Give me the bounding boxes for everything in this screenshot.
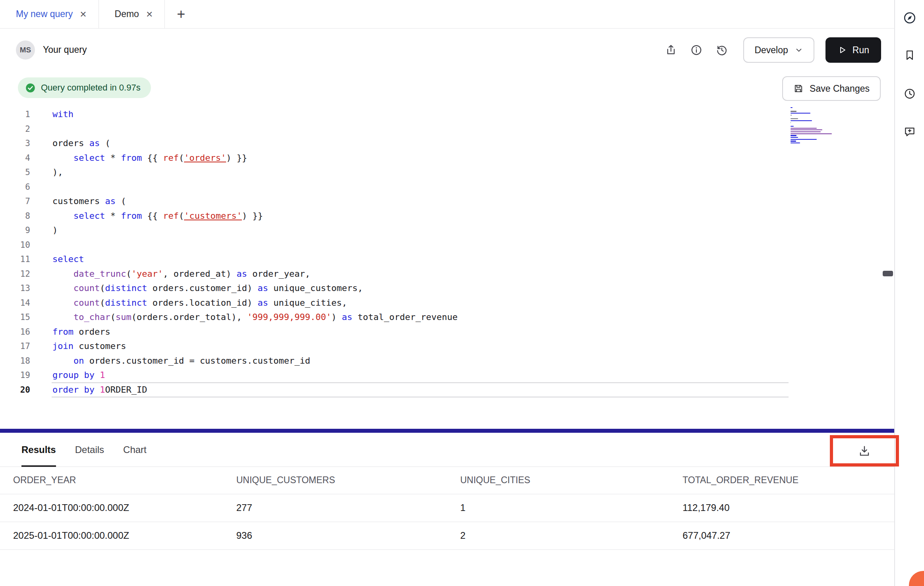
recent-history-button[interactable]: [901, 85, 919, 103]
code-line[interactable]: 13 count(distinct orders.customer_id) as…: [0, 281, 894, 296]
column-header: UNIQUE_CITIES: [447, 467, 669, 494]
code-text: order by 1ORDER_ID: [30, 383, 147, 397]
pane-resize-handle[interactable]: [0, 429, 894, 433]
table-row: 2025-01-01T00:00:00.000Z9362677,047.27: [0, 522, 894, 549]
code-line[interactable]: 14 count(distinct orders.location_id) as…: [0, 296, 894, 310]
code-token: orders: [73, 327, 110, 337]
info-button[interactable]: [687, 40, 706, 60]
line-number: 1: [0, 107, 30, 122]
code-line[interactable]: 10: [0, 238, 894, 253]
code-token: ) }}: [226, 153, 247, 163]
code-line[interactable]: 2: [0, 122, 894, 137]
tab-results[interactable]: Results: [21, 433, 56, 467]
header-actions: Develop Run: [661, 37, 881, 63]
code-text: orders as (: [30, 136, 110, 151]
code-token: {{: [142, 153, 163, 163]
column-header: TOTAL_ORDER_REVENUE: [669, 467, 894, 494]
code-text: on orders.customer_id = customers.custom…: [30, 354, 310, 368]
develop-dropdown[interactable]: Develop: [743, 37, 814, 63]
code-token: on: [73, 356, 84, 366]
feedback-button[interactable]: [901, 123, 919, 141]
code-token: (orders.order_total),: [131, 312, 247, 322]
code-token: ),: [52, 167, 63, 177]
code-token: ): [331, 312, 342, 322]
code-line[interactable]: 7customers as (: [0, 194, 894, 209]
new-tab-button[interactable]: +: [165, 0, 197, 28]
run-label: Run: [852, 45, 869, 56]
code-token: (: [100, 138, 110, 148]
code-line[interactable]: 1with: [0, 107, 894, 122]
minimap-line: [791, 118, 798, 119]
share-button[interactable]: [661, 40, 680, 60]
minimap-line: [791, 133, 832, 134]
code-line[interactable]: 11select: [0, 252, 894, 267]
code-token: [95, 370, 100, 380]
code-token: as: [89, 138, 100, 148]
play-icon: [837, 45, 847, 55]
save-changes-button[interactable]: Save Changes: [782, 76, 881, 101]
download-results-button[interactable]: [855, 441, 874, 461]
line-number: 3: [0, 136, 30, 151]
code-token: total_order_revenue: [352, 312, 458, 322]
code-token: from: [121, 211, 142, 221]
tab-details[interactable]: Details: [75, 433, 104, 467]
help-badge[interactable]: [909, 571, 924, 586]
minimap-line: [791, 107, 793, 108]
code-line[interactable]: 12 date_trunc('year', ordered_at) as ord…: [0, 267, 894, 281]
tab-chart[interactable]: Chart: [123, 433, 147, 467]
copilot-button[interactable]: [901, 9, 919, 27]
line-number: 16: [0, 325, 30, 339]
bookmark-button[interactable]: [901, 46, 919, 64]
code-line[interactable]: 6: [0, 180, 894, 195]
scrollbar-thumb[interactable]: [883, 271, 893, 276]
run-button[interactable]: Run: [825, 37, 881, 63]
table-cell: 936: [223, 522, 447, 549]
code-line[interactable]: 16from orders: [0, 325, 894, 339]
minimap[interactable]: [791, 107, 835, 145]
code-token: [52, 312, 73, 322]
table-row: 2024-01-01T00:00:00.000Z2771112,179.40: [0, 494, 894, 522]
code-token: orders.customer_id): [147, 283, 257, 293]
code-token: group by: [52, 370, 95, 380]
code-text: [30, 238, 52, 253]
line-number: 11: [0, 252, 30, 267]
download-icon: [858, 445, 871, 457]
close-tab-icon[interactable]: ×: [80, 9, 86, 20]
code-token: (: [100, 283, 105, 293]
chevron-down-icon: [794, 46, 803, 54]
right-sidebar: [895, 0, 924, 586]
code-line[interactable]: 19group by 1: [0, 368, 894, 383]
table-cell: 2025-01-01T00:00:00.000Z: [0, 522, 223, 549]
minimap-line: [791, 129, 822, 130]
editor-tab[interactable]: Demo×: [99, 0, 165, 28]
code-line[interactable]: 18 on orders.customer_id = customers.cus…: [0, 354, 894, 368]
code-token: *: [105, 153, 121, 163]
code-token: {{: [142, 211, 163, 221]
editor-tab[interactable]: My new query×: [0, 0, 99, 28]
code-token: as: [105, 196, 116, 206]
save-changes-label: Save Changes: [810, 83, 870, 94]
code-line[interactable]: 17join customers: [0, 339, 894, 354]
line-number: 8: [0, 209, 30, 224]
code-token: (: [116, 196, 126, 206]
code-line[interactable]: 3orders as (: [0, 136, 894, 151]
minimap-line: [791, 115, 792, 116]
code-line[interactable]: 5),: [0, 165, 894, 180]
avatar: MS: [16, 40, 35, 60]
close-tab-icon[interactable]: ×: [146, 9, 153, 20]
code-token: count: [73, 283, 100, 293]
code-line[interactable]: 9): [0, 223, 894, 238]
minimap-line: [791, 113, 810, 114]
code-token: select: [52, 254, 84, 264]
code-token: (: [179, 211, 184, 221]
code-line[interactable]: 8 select * from {{ ref('customers') }}: [0, 209, 894, 224]
code-line[interactable]: 15 to_char(sum(orders.order_total), '999…: [0, 310, 894, 325]
code-line[interactable]: 20order by 1ORDER_ID: [0, 383, 894, 397]
save-icon: [793, 83, 804, 94]
code-line[interactable]: 4 select * from {{ ref('orders') }}: [0, 151, 894, 166]
code-token: distinct: [105, 298, 147, 308]
history-button[interactable]: [712, 40, 731, 60]
code-token: [52, 153, 73, 163]
code-token: orders.customer_id = customers.customer_…: [84, 356, 310, 366]
sql-editor[interactable]: 1with23orders as (4 select * from {{ ref…: [0, 107, 894, 429]
